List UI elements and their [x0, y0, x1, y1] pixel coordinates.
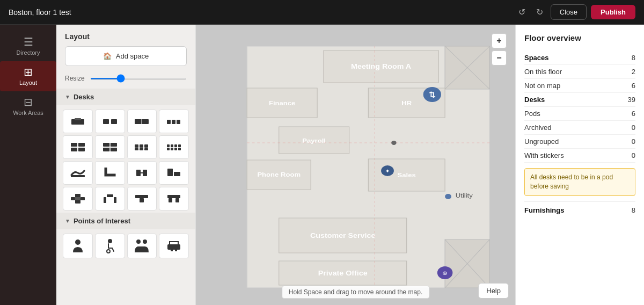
spaces-label: Spaces	[524, 54, 549, 62]
poi-chevron-icon: ▼	[65, 218, 70, 224]
svg-rect-31	[178, 148, 181, 150]
svg-rect-42	[75, 197, 80, 200]
svg-rect-24	[167, 144, 170, 147]
desks-overview-value: 39	[628, 96, 635, 104]
topbar-actions: ↺ ↻ Close Publish	[515, 4, 635, 20]
furnishings-row: Furnishings 8	[524, 201, 635, 219]
add-space-button[interactable]: 🏠 Add space	[65, 46, 187, 66]
svg-rect-30	[174, 148, 177, 150]
svg-point-79	[445, 194, 451, 199]
svg-rect-45	[114, 197, 116, 203]
sidebar-item-label-work-areas: Work Areas	[13, 110, 43, 116]
desk-item-row-4[interactable]	[159, 135, 189, 159]
svg-rect-47	[140, 198, 144, 202]
poi-person-accessible[interactable]	[95, 234, 125, 258]
desk-item-l-shape[interactable]	[95, 161, 125, 185]
poi-section-header[interactable]: ▼ Points of Interest	[56, 213, 195, 229]
left-sidebar: ☰ Directory ⊞ Layout ⊟ Work Areas	[0, 25, 56, 305]
zoom-out-button[interactable]: −	[492, 50, 507, 66]
top-bar: Boston, floor 1 test ↺ ↻ Close Publish	[0, 0, 644, 25]
svg-text:✦: ✦	[385, 168, 390, 174]
desk-item-t1[interactable]	[127, 187, 157, 210]
svg-rect-39	[75, 200, 80, 204]
poi-section-label: Points of Interest	[74, 217, 130, 225]
svg-text:Meeting Room A: Meeting Room A	[351, 63, 411, 70]
right-panel-title: Floor overview	[524, 33, 635, 42]
with-stickers-row: With stickers 0	[524, 149, 635, 163]
poi-person-single[interactable]	[63, 234, 93, 258]
desk-item-t2[interactable]	[159, 187, 189, 210]
desk-item-quad[interactable]	[63, 135, 93, 159]
desk-item-quad-2[interactable]	[95, 135, 125, 159]
map-hint-text: Hold Space and drag to move around the m…	[289, 288, 423, 296]
svg-rect-1	[75, 118, 81, 120]
svg-rect-10	[78, 143, 85, 147]
svg-rect-33	[136, 170, 141, 176]
svg-rect-50	[175, 198, 179, 202]
poi-grid	[56, 229, 195, 260]
close-button[interactable]: Close	[551, 4, 587, 20]
map-hint: Hold Space and drag to move around the m…	[282, 286, 430, 299]
on-this-floor-label: On this floor	[524, 68, 562, 76]
desk-item-bench[interactable]	[127, 161, 157, 185]
not-on-map-value: 6	[632, 82, 635, 90]
svg-text:⊕: ⊕	[442, 270, 448, 276]
desk-item-bracket[interactable]	[95, 187, 125, 210]
svg-rect-49	[169, 198, 172, 202]
sidebar-item-directory[interactable]: ☰ Directory	[0, 31, 56, 61]
svg-point-55	[143, 239, 147, 244]
svg-rect-19	[140, 144, 143, 148]
svg-text:Private Office: Private Office	[318, 270, 368, 277]
poi-amenity[interactable]	[159, 234, 189, 258]
svg-text:Utility: Utility	[456, 192, 473, 199]
redo-button[interactable]: ↻	[533, 5, 546, 19]
svg-rect-29	[171, 148, 173, 150]
zoom-in-button[interactable]: +	[492, 33, 507, 48]
pods-row: Pods 6	[524, 107, 635, 121]
svg-point-51	[75, 239, 80, 245]
furnishings-label: Furnishings	[524, 206, 564, 214]
not-on-map-row: Not on map 6	[524, 79, 635, 93]
svg-rect-9	[71, 143, 77, 147]
svg-text:Sales: Sales	[398, 172, 416, 179]
svg-rect-34	[143, 170, 147, 176]
desks-overview-label: Desks	[524, 96, 545, 104]
publish-button[interactable]: Publish	[591, 5, 635, 19]
desks-section-header[interactable]: ▼ Desks	[56, 89, 195, 105]
svg-rect-2	[103, 119, 109, 124]
desk-item-double[interactable]	[127, 110, 157, 133]
svg-rect-7	[172, 120, 175, 124]
svg-rect-6	[167, 120, 171, 124]
desk-item-double-gap[interactable]	[95, 110, 125, 133]
undo-button[interactable]: ↺	[515, 5, 529, 19]
overview-section: Spaces 8 On this floor 2 Not on map 6 De…	[524, 51, 635, 163]
resize-label: Resize	[65, 75, 85, 82]
desk-item-single[interactable]	[63, 110, 93, 133]
svg-rect-12	[78, 148, 85, 151]
help-button[interactable]: Help	[478, 283, 509, 299]
sidebar-item-layout[interactable]: ⊞ Layout	[0, 61, 56, 91]
archived-row: Archived 0	[524, 121, 635, 135]
warning-text: All desks need to be in a pod before sav…	[530, 173, 613, 190]
svg-point-54	[136, 239, 141, 244]
poi-person-pair[interactable]	[127, 234, 157, 258]
svg-rect-27	[178, 144, 181, 147]
svg-text:⇅: ⇅	[429, 91, 436, 99]
work-areas-icon: ⊟	[24, 97, 33, 107]
sidebar-item-label-layout: Layout	[19, 79, 37, 86]
warning-box: All desks need to be in a pod before sav…	[524, 168, 635, 196]
resize-slider[interactable]	[90, 78, 187, 79]
desk-item-wave[interactable]	[63, 161, 93, 185]
svg-point-53	[107, 250, 110, 253]
svg-rect-16	[111, 148, 117, 151]
desks-chevron-icon: ▼	[65, 94, 70, 100]
desk-item-triple-gap[interactable]	[159, 110, 189, 133]
desk-item-cross[interactable]	[63, 187, 93, 210]
svg-rect-25	[171, 144, 173, 147]
sidebar-item-work-areas[interactable]: ⊟ Work Areas	[0, 91, 56, 121]
desk-item-row-3[interactable]	[127, 135, 157, 159]
map-area[interactable]: Meeting Room A Finance HR Payroll Phone …	[196, 25, 515, 305]
right-panel: Floor overview Spaces 8 On this floor 2 …	[515, 25, 644, 305]
layout-panel: Layout 🏠 Add space Resize ▼ Desks	[56, 25, 196, 305]
desk-item-corner[interactable]	[159, 161, 189, 185]
